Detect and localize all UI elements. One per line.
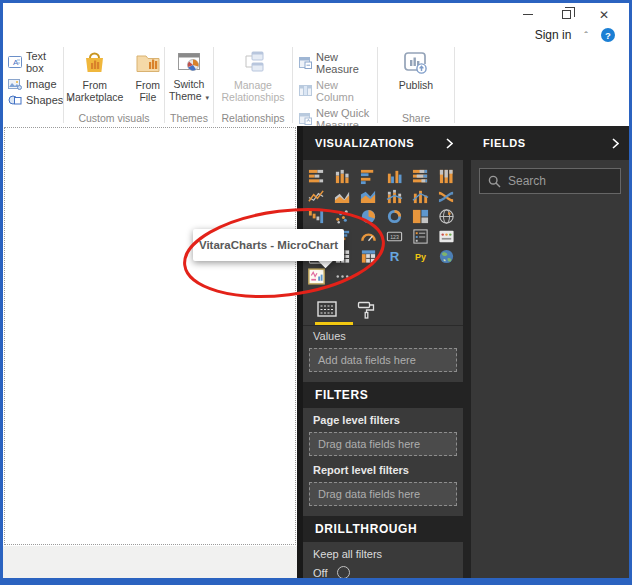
viz-area-icon[interactable] xyxy=(334,186,360,206)
visual-tooltip: VitaraCharts - MicroChart xyxy=(193,229,344,261)
viz-map-icon[interactable] xyxy=(438,206,464,226)
window-border xyxy=(0,0,632,3)
shapes-icon xyxy=(8,94,22,106)
collapse-pane-icon[interactable] xyxy=(612,138,619,149)
pane-divider[interactable] xyxy=(463,126,471,578)
themes-group-label: Themes xyxy=(165,111,213,126)
from-marketplace-label: From Marketplace xyxy=(64,79,126,104)
viz-stacked-column-icon[interactable] xyxy=(334,166,360,186)
divider xyxy=(303,325,463,326)
report-filters-well[interactable]: Drag data fields here xyxy=(309,482,457,506)
powerbi-window: ✕ Sign in ˆ ? A Text box Image Shapes ▾ xyxy=(0,0,632,585)
new-measure-button[interactable]: New Measure xyxy=(299,51,377,75)
image-icon xyxy=(8,78,22,90)
values-label: Values xyxy=(313,330,346,342)
textbox-icon: A xyxy=(8,56,22,68)
insert-group-label xyxy=(3,111,63,126)
new-column-label: New Column xyxy=(316,79,377,103)
viz-arcgis-map-icon[interactable] xyxy=(438,246,464,266)
page-filters-well[interactable]: Drag data fields here xyxy=(309,432,457,456)
sign-in-button[interactable]: Sign in xyxy=(535,28,572,42)
viz-kpi-icon[interactable] xyxy=(438,226,464,246)
switch-theme-icon xyxy=(176,50,202,75)
viz-treemap-icon[interactable] xyxy=(412,206,438,226)
viz-clustered-column-icon[interactable] xyxy=(386,166,412,186)
viz-line-clustered-column-icon[interactable] xyxy=(412,186,438,206)
viz-pie-icon[interactable] xyxy=(360,206,386,226)
pane-tabs xyxy=(303,296,463,323)
visualizations-header: VISUALIZATIONS xyxy=(303,126,463,160)
filters-section-header: FILTERS xyxy=(303,382,463,408)
svg-text:123: 123 xyxy=(390,233,399,239)
keep-all-filters-label: Keep all filters xyxy=(313,548,382,560)
manage-relationships-button[interactable]: Manage Relationships xyxy=(214,44,292,104)
viz-bar-100-icon[interactable] xyxy=(412,166,438,186)
tab-format[interactable] xyxy=(357,301,377,319)
viz-vitara-microchart-icon[interactable] xyxy=(308,266,334,286)
switch-theme-button[interactable]: Switch Theme ▾ xyxy=(165,44,213,103)
fields-pane: FIELDS xyxy=(471,126,629,578)
window-border xyxy=(0,578,632,585)
publish-icon xyxy=(402,50,429,76)
ribbon-group-insert: A Text box Image Shapes ▾ xyxy=(3,44,63,126)
collapse-pane-icon[interactable] xyxy=(446,138,453,149)
collapse-ribbon-icon[interactable]: ˆ xyxy=(584,31,588,42)
viz-r-script-icon[interactable]: R xyxy=(386,246,412,266)
viz-scatter-icon[interactable] xyxy=(334,206,360,226)
close-button[interactable]: ✕ xyxy=(597,8,611,22)
viz-slicer-icon[interactable] xyxy=(412,226,438,246)
viz-stacked-area-icon[interactable] xyxy=(360,186,386,206)
svg-text:R: R xyxy=(390,249,400,264)
viz-line-stacked-column-icon[interactable] xyxy=(386,186,412,206)
viz-column-100-icon[interactable] xyxy=(438,166,464,186)
custom-visuals-group-label: Custom visuals xyxy=(64,111,164,126)
ribbon-group-relationships: Manage Relationships Relationships xyxy=(214,44,292,126)
from-file-label: From File xyxy=(132,79,164,104)
window-border xyxy=(0,0,3,585)
text-box-label: Text box xyxy=(26,50,63,74)
report-canvas[interactable] xyxy=(4,127,296,545)
viz-gauge-icon[interactable] xyxy=(360,226,386,246)
text-box-button[interactable]: A Text box xyxy=(8,50,63,74)
publish-button[interactable]: Publish xyxy=(399,44,433,91)
share-group-label: Share xyxy=(378,111,454,126)
canvas-background xyxy=(3,546,297,578)
fields-title: FIELDS xyxy=(483,137,526,149)
search-input[interactable] xyxy=(508,174,632,188)
manage-relationships-label: Manage Relationships xyxy=(214,79,292,104)
viz-waterfall-icon[interactable] xyxy=(308,206,334,226)
viz-donut-icon[interactable] xyxy=(386,206,412,226)
shapes-label: Shapes xyxy=(26,94,63,106)
values-field-well[interactable]: Add data fields here xyxy=(309,348,457,372)
from-file-icon xyxy=(134,50,162,76)
fields-header: FIELDS xyxy=(471,126,629,160)
new-measure-icon xyxy=(299,57,312,69)
from-marketplace-button[interactable]: From Marketplace xyxy=(64,44,126,104)
new-column-button[interactable]: New Column xyxy=(299,79,377,103)
manage-relationships-icon xyxy=(239,50,267,76)
ribbon-group-calculations: New Measure New Column New Quick Measure… xyxy=(293,44,377,126)
image-button[interactable]: Image xyxy=(8,78,57,90)
title-bar: ✕ xyxy=(3,3,629,26)
tab-fields[interactable] xyxy=(317,301,339,318)
viz-python-icon[interactable]: Py xyxy=(412,246,438,266)
viz-more-options-icon[interactable] xyxy=(334,266,360,286)
visualizations-title: VISUALIZATIONS xyxy=(315,137,414,149)
viz-clustered-bar-icon[interactable] xyxy=(360,166,386,186)
minimize-button[interactable] xyxy=(521,8,535,22)
report-level-filters-label: Report level filters xyxy=(313,464,409,476)
account-row: Sign in ˆ ? xyxy=(3,26,629,44)
help-icon[interactable]: ? xyxy=(601,28,615,42)
new-column-icon xyxy=(299,85,312,97)
viz-line-icon[interactable] xyxy=(308,186,334,206)
publish-label: Publish xyxy=(399,79,433,91)
viz-ribbon-icon[interactable] xyxy=(438,186,464,206)
viz-matrix-icon[interactable] xyxy=(360,246,386,266)
viz-stacked-bar-icon[interactable] xyxy=(308,166,334,186)
viz-card-icon[interactable]: 123 xyxy=(386,226,412,246)
restore-button[interactable] xyxy=(559,8,573,22)
visualization-gallery: 123RPy xyxy=(308,166,464,286)
from-file-button[interactable]: From File xyxy=(132,44,164,104)
new-quick-measure-icon xyxy=(299,113,312,125)
close-icon: ✕ xyxy=(599,9,609,21)
